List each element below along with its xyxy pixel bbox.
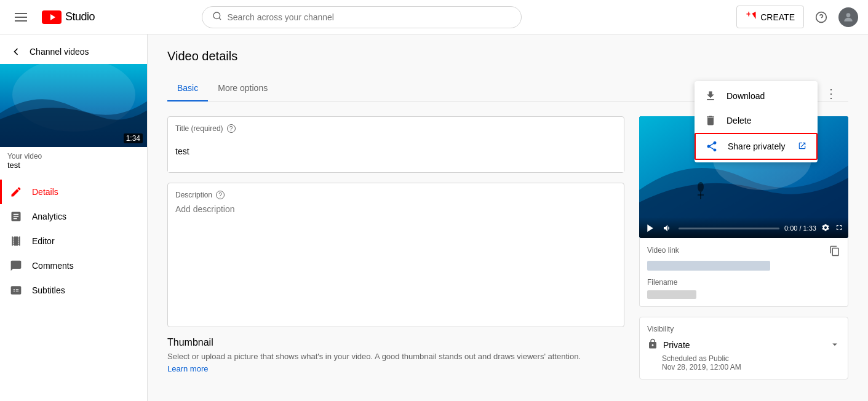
visibility-card: Visibility Private Scheduled as Public N…	[639, 317, 848, 379]
visibility-icon	[647, 338, 658, 352]
create-button[interactable]: CREATE	[736, 6, 804, 28]
play-button[interactable]	[644, 222, 656, 234]
sidebar-back-button[interactable]: Channel videos	[0, 39, 147, 64]
header: Studio CREATE	[0, 0, 868, 34]
form-left: Title (required) ? Description ? Thumbna…	[167, 116, 624, 379]
create-plus-icon	[746, 10, 757, 24]
video-link-label: Video link	[647, 246, 679, 255]
sidebar: Channel videos	[0, 34, 148, 401]
title-field: Title (required) ?	[167, 116, 624, 173]
sidebar-video-label: Your video	[7, 152, 140, 161]
svg-point-8	[846, 13, 851, 17]
youtube-logo	[42, 10, 62, 24]
filename-label: Filename	[647, 278, 840, 287]
thumbnail-section: Thumbnail Select or upload a picture tha…	[167, 337, 624, 373]
sidebar-video-info: Your video test	[0, 147, 147, 175]
download-label: Download	[727, 91, 765, 101]
sidebar-item-editor[interactable]: Editor	[0, 229, 147, 253]
share-privately-label: Share privately	[728, 141, 785, 151]
external-link-icon	[798, 141, 806, 152]
tab-basic[interactable]: Basic	[167, 76, 208, 101]
copy-link-button[interactable]	[829, 245, 840, 258]
filename-value	[647, 290, 696, 299]
details-label: Details	[32, 187, 58, 197]
details-icon	[10, 186, 22, 198]
sidebar-thumbnail: 1:34	[0, 64, 148, 147]
visibility-label: Visibility	[647, 325, 840, 333]
sidebar-item-subtitles[interactable]: Subtitles	[0, 278, 147, 303]
create-label: CREATE	[760, 12, 795, 22]
volume-button[interactable]	[661, 222, 674, 234]
analytics-icon	[10, 210, 22, 223]
description-help-icon[interactable]: ?	[216, 191, 225, 199]
delete-label: Delete	[727, 116, 751, 125]
sidebar-back-label: Channel videos	[30, 47, 89, 57]
description-field: Description ?	[167, 183, 624, 327]
hamburger-menu[interactable]	[10, 8, 32, 26]
comments-icon	[10, 260, 22, 272]
svg-marker-5	[752, 12, 756, 19]
comments-label: Comments	[32, 261, 74, 271]
progress-bar[interactable]	[679, 228, 779, 229]
search-input[interactable]	[227, 12, 511, 22]
fullscreen-button[interactable]	[835, 223, 843, 234]
description-label: Description ?	[168, 183, 624, 202]
editor-label: Editor	[32, 236, 55, 246]
sidebar-item-details[interactable]: Details	[0, 180, 147, 204]
sidebar-video-name: test	[7, 161, 140, 170]
scheduled-text: Scheduled as Public Nov 28, 2019, 12:00 …	[662, 354, 840, 371]
svg-point-1	[213, 12, 220, 19]
search-icon	[212, 11, 222, 23]
title-input[interactable]	[168, 135, 624, 172]
dropdown-menu: Download Delete Share privately	[695, 81, 818, 162]
dropdown-share-privately[interactable]: Share privately	[695, 133, 818, 160]
svg-marker-16	[647, 224, 653, 232]
svg-marker-0	[50, 14, 55, 20]
title-help-icon[interactable]: ?	[227, 124, 236, 133]
analytics-label: Analytics	[32, 212, 66, 221]
svg-rect-4	[749, 12, 750, 17]
help-button[interactable]	[811, 7, 831, 27]
dropdown-download[interactable]: Download	[695, 84, 818, 108]
video-duration: 1:34	[124, 133, 143, 143]
learn-more-link[interactable]: Learn more	[167, 364, 208, 373]
tab-more-options[interactable]: More options	[208, 76, 277, 101]
delete-icon	[704, 114, 717, 127]
page-title: Video details	[167, 49, 848, 63]
visibility-value: Private	[647, 338, 840, 352]
sidebar-item-analytics[interactable]: Analytics	[0, 204, 147, 229]
title-label: Title (required) ?	[168, 117, 624, 135]
dropdown-delete[interactable]: Delete	[695, 108, 818, 133]
download-icon	[704, 90, 717, 102]
three-dots-button[interactable]: ⋮	[825, 86, 837, 101]
video-link-value	[647, 261, 770, 271]
description-input[interactable]	[168, 202, 624, 325]
thumbnail-title: Thumbnail	[167, 337, 624, 348]
share-icon	[706, 140, 718, 153]
svg-line-2	[220, 18, 221, 20]
logo[interactable]: Studio	[42, 10, 95, 24]
avatar[interactable]	[838, 7, 858, 27]
sidebar-nav: Details Analytics Editor Comments	[0, 180, 147, 303]
svg-point-13	[698, 182, 704, 192]
video-controls: 0:00 / 1:33	[639, 217, 848, 238]
video-meta: Video link Filename	[639, 238, 848, 307]
studio-text: Studio	[65, 10, 95, 23]
visibility-text: Private	[663, 340, 690, 350]
visibility-dropdown-arrow[interactable]	[829, 339, 840, 352]
editor-icon	[10, 235, 22, 247]
time-display: 0:00 / 1:33	[784, 224, 816, 232]
subtitles-icon	[10, 284, 22, 296]
subtitles-label: Subtitles	[32, 285, 65, 295]
search-bar	[202, 6, 522, 28]
settings-button[interactable]	[821, 223, 830, 234]
sidebar-item-comments[interactable]: Comments	[0, 253, 147, 278]
thumbnail-description: Select or upload a picture that shows wh…	[167, 352, 624, 361]
